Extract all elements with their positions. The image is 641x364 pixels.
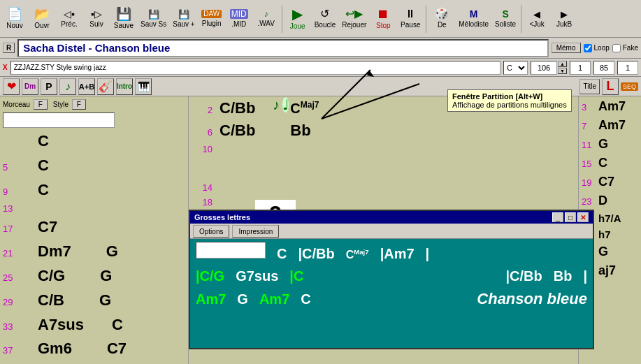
seq-badge: SEQ	[621, 82, 638, 91]
de-icon: 🎲	[435, 8, 449, 20]
left-chord-panel: Morceau F Style F C 5 C 9 C 13	[0, 96, 189, 364]
main-toolbar: 📄 Nouv 📂 Ouvr ◁▪ Préc. ▪▷ Suiv 💾 Sauve 💾…	[0, 0, 641, 38]
num1-input[interactable]	[570, 61, 591, 75]
jukb-icon: ▶	[561, 10, 568, 19]
juk-button[interactable]: ◀ <Juk	[524, 2, 550, 36]
style-label: Style F	[53, 99, 86, 110]
note-cursor-area: ♪ ♩	[273, 96, 289, 113]
pause-icon: ⏸	[405, 8, 416, 20]
style-f-button[interactable]: F	[72, 99, 86, 110]
style-name-input[interactable]	[10, 61, 500, 75]
melodiste-icon: M	[470, 9, 478, 19]
pause-button[interactable]: ⏸ Pause	[397, 2, 424, 36]
chord-row-c1: C	[3, 131, 185, 152]
dm-button[interactable]: Dm	[22, 78, 38, 95]
suiv-button[interactable]: ▪▷ Suiv	[83, 2, 110, 36]
grosses-lettres-window: Grosses lettres _ □ ✕ Options Impression…	[189, 210, 594, 349]
chord-row-29: 29 C/B G	[3, 290, 185, 312]
title-label: Title	[583, 82, 596, 90]
grosses-titlebar: Grosses lettres _ □ ✕	[190, 211, 593, 224]
loop-label: Loop	[594, 44, 610, 52]
juk-icon: ◀	[533, 10, 540, 19]
plugin-button[interactable]: DAW Plugin	[199, 2, 225, 36]
prec-button[interactable]: ◁▪ Préc.	[56, 2, 82, 36]
chord-row-c5: 5 C	[3, 155, 185, 177]
rejouer-button[interactable]: ↩▶ Rejouer	[339, 2, 369, 36]
jukb-button[interactable]: ▶ JukB	[551, 2, 577, 36]
stop-button[interactable]: ⏹ Stop	[370, 2, 396, 36]
l-button[interactable]: L	[602, 78, 619, 95]
nouv-button[interactable]: 📄 Nouv	[1, 2, 28, 36]
tooltip-box: Fenêtre Partition [Alt+W] Affichage de p…	[447, 89, 572, 112]
right-row-11: 11 G	[582, 137, 638, 152]
right-row-23: 23 D	[582, 194, 638, 208]
mid-button[interactable]: MID .MID	[226, 2, 252, 36]
maximize-button[interactable]: □	[565, 212, 576, 222]
sauv-plus-icon: 💾	[178, 10, 189, 19]
title-button[interactable]: Title	[579, 79, 600, 94]
tempo-arrows[interactable]: ▲ ▼	[558, 61, 567, 74]
tempo-up-icon[interactable]: ▲	[558, 61, 567, 67]
chord-row-13: 13	[3, 203, 185, 214]
tooltip-desc: Affichage de partitions multilignes	[452, 101, 567, 109]
chord-row-37: 37 Gm6 C7	[3, 338, 185, 360]
grosses-content: C |C/Bb CMaj7 |Am7 | |C/G G7sus |C |C/Bb…	[190, 239, 593, 316]
style-close-icon[interactable]: X	[3, 64, 8, 71]
sauv-ss-icon: 💾	[148, 10, 159, 19]
p-button[interactable]: P	[41, 78, 57, 95]
sauv-plus-button[interactable]: 💾 Sauv +	[170, 2, 197, 36]
chord-row-21: 21 Dm7 G	[3, 241, 185, 263]
wav-button[interactable]: ♪ .WAV	[253, 2, 280, 36]
panel-labels: Morceau F Style F	[3, 99, 185, 110]
rejouer-icon: ↩▶	[345, 8, 363, 20]
morceau-f-button[interactable]: F	[34, 99, 48, 110]
close-button[interactable]: ✕	[577, 212, 589, 222]
num2-input[interactable]	[593, 61, 614, 75]
soliste-button[interactable]: S Soliste	[492, 2, 519, 36]
guitar-button[interactable]: 🎸	[97, 78, 114, 95]
right-row-7: 7 Am7	[582, 118, 638, 133]
tempo-input[interactable]	[531, 61, 557, 75]
chord-row-33: 33 A7sus C	[3, 314, 185, 336]
memo-button[interactable]: Mémo	[552, 43, 581, 53]
mid-icon: MID	[230, 9, 248, 19]
minimize-button[interactable]: _	[552, 212, 563, 222]
heart-button[interactable]: ❤	[3, 78, 20, 95]
chord-input-1[interactable]	[3, 112, 115, 128]
piano-button[interactable]: 🎹	[135, 78, 152, 95]
prec-icon: ◁▪	[64, 9, 75, 19]
melodiste-button[interactable]: M Mélodiste	[456, 2, 491, 36]
sauve-button[interactable]: 💾 Sauve	[110, 2, 137, 36]
quarter-note-icon: ♩	[282, 97, 289, 112]
song-title: Sacha Distel - Chanson bleue	[17, 39, 548, 57]
eighth-note-icon: ♪	[273, 97, 280, 112]
separator-1	[282, 5, 282, 33]
fake-option: Fake	[612, 44, 638, 52]
stop-icon: ⏹	[377, 8, 389, 20]
ouvr-icon: 📂	[34, 8, 50, 20]
fake-checkbox[interactable]	[612, 44, 621, 52]
grosses-row-1: C |C/Bb CMaj7 |Am7 |	[196, 242, 587, 263]
separator-3	[521, 5, 521, 33]
de-button[interactable]: 🎲 De	[428, 2, 455, 36]
plugin-icon: DAW	[201, 10, 222, 18]
options-button[interactable]: Options	[193, 225, 229, 238]
sauv-ss-button[interactable]: 💾 Sauv Ss	[138, 2, 169, 36]
tempo-down-icon[interactable]: ▼	[558, 68, 567, 74]
soliste-icon: S	[502, 9, 508, 19]
ab-button[interactable]: A+B	[78, 78, 95, 95]
grosses-input-1[interactable]	[196, 242, 266, 259]
grosses-title: Grosses lettres	[194, 213, 250, 221]
num3-input[interactable]	[617, 61, 638, 75]
ouvr-button[interactable]: 📂 Ouvr	[29, 2, 55, 36]
music-note-button[interactable]: ♪	[59, 78, 76, 95]
right-row-19: 19 C7	[582, 175, 638, 189]
key-select[interactable]: C	[503, 61, 528, 75]
joue-button[interactable]: ▶ Joue	[285, 2, 311, 36]
boucle-button[interactable]: ↺ Boucle	[312, 2, 339, 36]
loop-checkbox[interactable]	[584, 44, 592, 52]
grosses-row-2: |C/G G7sus |C |C/Bb Bb |	[196, 266, 587, 286]
intro-button[interactable]: Intro	[116, 78, 133, 95]
chord-row-c9: 9 C	[3, 180, 185, 201]
impression-button[interactable]: Impression	[232, 225, 279, 238]
